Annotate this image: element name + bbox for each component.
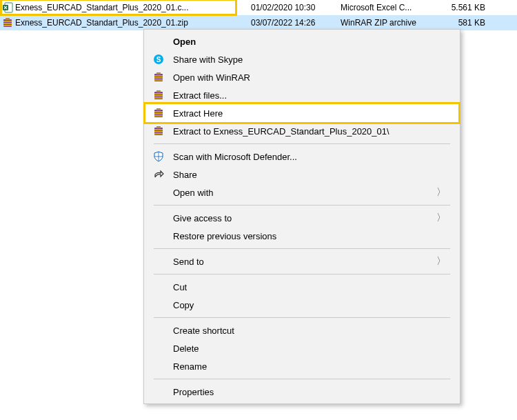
menu-label: Create shortcut [150,326,446,336]
winrar-icon [150,126,168,137]
menu-share[interactable]: Share [145,166,458,183]
svg-rect-22 [154,115,163,117]
winrar-icon [150,72,168,83]
menu-label: Extract to Exness_EURCAD_Standart_Plus_2… [168,126,446,137]
menu-extract-to[interactable]: Extract to Exness_EURCAD_Standart_Plus_2… [145,122,458,140]
menu-separator [154,317,450,318]
file-size: 581 KB [430,18,492,28]
share-icon [150,169,168,180]
menu-label: Open with WinRAR [168,72,446,83]
svg-rect-3 [3,21,12,22]
svg-rect-18 [156,90,161,92]
menu-scan-defender[interactable]: Scan with Microsoft Defender... [145,148,458,166]
svg-text:S: S [156,56,161,63]
file-type: WinRAR ZIP archive [334,18,430,28]
file-name: Exness_EURCAD_Standart_Plus_2020_01.c... [14,3,237,12]
winrar-icon [150,108,168,119]
menu-label: Cut [150,282,446,292]
menu-label: Send to [150,257,436,267]
svg-rect-15 [154,93,163,94]
svg-rect-23 [156,108,161,110]
svg-rect-5 [3,25,12,26]
menu-label: Copy [150,300,446,310]
menu-label: Extract files... [168,90,446,101]
menu-give-access[interactable]: Give access to 〉 [145,209,458,227]
menu-separator [154,205,450,206]
file-row[interactable]: Exness_EURCAD_Standart_Plus_2020_01.c...… [0,0,517,15]
menu-label: Properties [150,387,446,397]
menu-cut[interactable]: Cut [145,278,458,296]
menu-send-to[interactable]: Send to 〉 [145,252,458,270]
menu-label: Share with Skype [168,54,446,65]
context-menu: Open S Share with Skype Open with WinRAR… [143,29,460,404]
menu-open-winrar[interactable]: Open with WinRAR [145,68,458,86]
svg-rect-27 [154,133,163,134]
excel-icon [1,2,14,13]
menu-properties[interactable]: Properties [145,383,458,401]
menu-label: Open [168,37,446,47]
menu-separator [154,379,450,379]
menu-label: Extract Here [168,108,446,119]
svg-rect-21 [154,113,163,114]
defender-shield-icon [150,151,168,162]
chevron-right-icon: 〉 [436,186,446,199]
file-name: Exness_EURCAD_Standart_Plus_2020_01.zip [14,18,237,28]
file-row[interactable]: Exness_EURCAD_Standart_Plus_2020_01.zip … [0,15,517,30]
menu-label: Delete [150,343,446,354]
svg-rect-13 [156,72,161,74]
menu-extract-files[interactable]: Extract files... [145,86,458,104]
menu-label: Share [168,170,446,180]
svg-rect-17 [154,97,163,99]
chevron-right-icon: 〉 [436,255,446,268]
menu-label: Open with [150,188,436,198]
menu-open[interactable]: Open [145,32,458,50]
file-type: Microsoft Excel C... [334,3,430,12]
menu-share-skype[interactable]: S Share with Skype [145,50,458,68]
menu-open-with[interactable]: Open with 〉 [145,183,458,201]
menu-copy[interactable]: Copy [145,296,458,314]
menu-label: Restore previous versions [150,231,446,241]
svg-rect-28 [156,126,161,128]
file-size: 5.561 KB [430,3,492,12]
winrar-icon [1,17,14,28]
svg-rect-25 [154,129,163,130]
menu-separator [154,143,450,144]
svg-rect-12 [154,79,163,81]
menu-separator [154,274,450,274]
svg-rect-20 [154,111,163,112]
svg-rect-16 [154,95,163,97]
svg-rect-11 [154,77,163,79]
menu-create-shortcut[interactable]: Create shortcut [145,321,458,339]
menu-delete[interactable]: Delete [145,339,458,357]
chevron-right-icon: 〉 [436,212,446,224]
menu-separator [154,248,450,249]
menu-extract-here[interactable]: Extract Here [145,104,458,122]
svg-rect-6 [6,18,10,20]
svg-rect-26 [154,131,163,132]
menu-restore-versions[interactable]: Restore previous versions [145,227,458,245]
file-list: Exness_EURCAD_Standart_Plus_2020_01.c...… [0,0,517,30]
svg-rect-10 [154,75,163,77]
menu-label: Scan with Microsoft Defender... [168,152,446,162]
svg-rect-4 [3,23,12,24]
menu-rename[interactable]: Rename [145,357,458,375]
winrar-icon [150,90,168,101]
file-date: 01/02/2020 10:30 [237,3,334,12]
menu-label: Rename [150,361,446,372]
skype-icon: S [150,54,168,65]
menu-label: Give access to [150,213,436,223]
file-date: 03/07/2022 14:26 [237,18,334,28]
